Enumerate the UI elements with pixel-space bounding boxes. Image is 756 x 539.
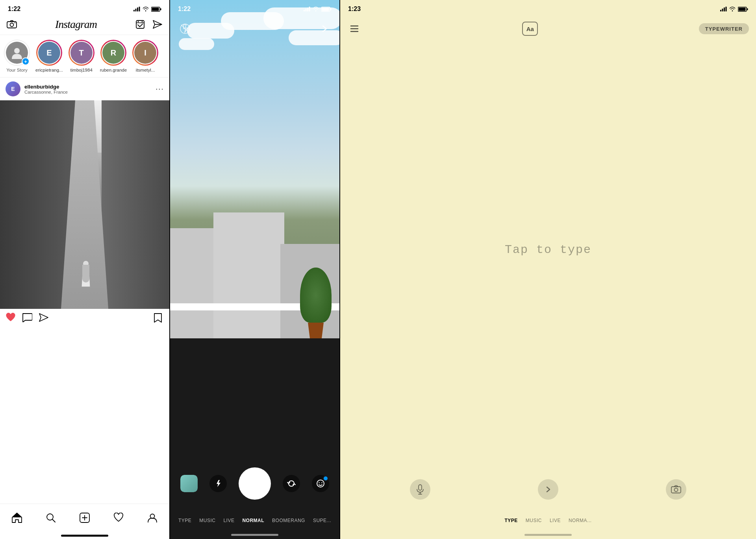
nav-profile[interactable] [145,511,159,525]
foreground-building-1 [170,228,217,338]
camera-button[interactable] [6,19,17,30]
post-location: Carcassonne, France [24,90,68,94]
comment-button[interactable] [22,313,32,323]
itsmetyl-avatar-wrap: I [132,40,158,66]
share-button[interactable] [39,313,49,323]
mode-normal[interactable]: NORMAL [242,518,264,523]
timboj-avatar: T [70,42,93,64]
eric-story-label: ericpietrang... [35,68,63,72]
story-content-area[interactable]: Tap to type [340,0,756,500]
font-selector-button[interactable]: Aa [522,22,538,36]
story-camera-icon [671,485,681,494]
post-header: E ellenburbidge Carcassonne, France ··· [0,78,169,100]
svg-rect-5 [152,7,159,11]
font-icon-label: Aa [526,26,534,32]
svg-rect-10 [136,20,144,28]
signal-icon [133,7,140,11]
eric-avatar-wrap: E [36,40,62,66]
story-top-bar: Aa TYPEWRITER [340,22,756,36]
comment-icon [22,313,32,322]
mode-boomerang[interactable]: BOOMERANG [272,518,305,523]
flip-camera-button[interactable] [283,475,300,492]
camera-flash-toggle[interactable] [178,22,192,36]
dm-button[interactable] [152,19,163,30]
svg-rect-33 [739,7,746,11]
story-menu-button[interactable] [347,22,361,36]
stories-row: + Your Story E ericpietrang... T timboj1… [0,35,169,78]
story-item-itsmetyl[interactable]: I itsmetyl... [132,40,158,72]
your-story-avatar-wrap: + [4,40,30,66]
mode-live[interactable]: LIVE [223,518,234,523]
story-item-yours[interactable]: + Your Story [4,40,30,72]
chevron-right-icon [319,23,330,34]
post-username: ellenburbidge [24,84,68,90]
gallery-button[interactable] [180,475,198,492]
itsmetyl-avatar: I [134,42,156,64]
save-button[interactable] [154,313,164,323]
panel-camera: 1:22 [170,0,339,539]
story-item-ruben[interactable]: R ruben.grande [100,40,127,72]
svg-rect-6 [160,8,161,10]
svg-rect-1 [135,9,137,11]
feed-header: Instagram [0,16,169,35]
story-mode-music[interactable]: MUSIC [526,518,542,523]
post-more-button[interactable]: ··· [156,84,164,94]
svg-rect-18 [306,9,307,11]
story-next-button[interactable] [538,479,558,500]
bookmark-icon [154,313,162,323]
story-mic-button[interactable] [410,479,430,500]
bw-figure-hair [82,265,89,282]
mode-music[interactable]: MUSIC [199,518,215,523]
camera-viewfinder[interactable] [170,0,339,338]
nav-activity[interactable] [111,511,126,525]
bw-figure [80,261,92,292]
emoji-effects-button[interactable] [312,475,329,492]
heart-icon [6,313,16,322]
svg-point-12 [142,21,143,22]
profile-icon [147,513,158,523]
typewriter-mode-button[interactable]: TYPEWRITER [699,23,749,34]
plant-leaves [300,268,332,323]
mode-type[interactable]: TYPE [178,518,191,523]
post-user[interactable]: E ellenburbidge Carcassonne, France [6,81,68,96]
activity-icon [135,19,145,30]
svg-rect-31 [726,7,727,11]
home-indicator-feed [61,535,108,537]
itsmetyl-avatar-inner: I [133,41,157,65]
shutter-button[interactable] [239,467,271,500]
lightning-icon [214,479,222,488]
story-mode-type[interactable]: TYPE [504,518,517,523]
status-bar-story: 1:23 [340,0,756,16]
bw-wall-right [102,100,169,309]
mode-superzoom[interactable]: SUPE... [313,518,331,523]
time-camera: 1:22 [178,6,191,13]
nav-home[interactable] [10,511,24,525]
typewriter-label: TYPEWRITER [705,26,743,32]
story-item-eric[interactable]: E ericpietrang... [35,40,63,72]
ruben-story-label: ruben.grande [100,68,127,72]
flash-button[interactable] [209,475,227,492]
story-mode-normal[interactable]: NORMA... [569,518,592,523]
camera-next-button[interactable] [317,22,332,36]
bottom-nav [0,504,169,539]
story-item-timboj[interactable]: T timboj1984 [69,40,94,72]
story-mode-live[interactable]: LIVE [550,518,561,523]
activity-button[interactable] [135,19,146,30]
itsmetyl-story-label: itsmetyl... [136,68,155,72]
home-indicator-camera [231,534,278,536]
post-actions [0,309,169,325]
nav-add[interactable] [78,511,92,525]
tap-to-type-hint[interactable]: Tap to type [505,243,591,257]
cloud-5 [179,38,214,50]
svg-point-8 [10,23,14,27]
story-camera-button[interactable] [666,479,686,500]
post-user-avatar: E [6,81,20,96]
like-button[interactable] [6,313,16,323]
nav-search[interactable] [44,511,58,525]
story-bottom-controls [340,479,756,500]
svg-rect-36 [671,487,681,493]
story-next-icon [544,485,552,494]
camera-modes: TYPE MUSIC LIVE NORMAL BOOMERANG SUPE... [170,518,339,523]
post-image [0,100,169,309]
svg-point-37 [674,488,678,492]
